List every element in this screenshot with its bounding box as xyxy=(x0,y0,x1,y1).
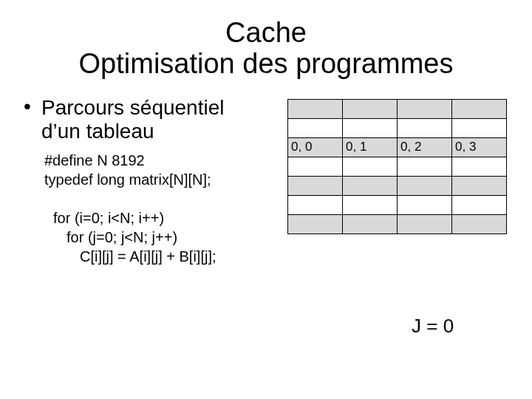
grid-cell xyxy=(288,195,343,214)
bullet-list: Parcours séquentiel d’un tableau xyxy=(22,96,284,143)
bullet-line-2: d’un tableau xyxy=(41,120,154,143)
table-row xyxy=(288,214,507,233)
grid-cell xyxy=(452,99,507,118)
slide-title: Cache Optimisation des programmes xyxy=(22,18,510,80)
table-row xyxy=(288,118,507,137)
table-row: 0, 0 0, 1 0, 2 0, 3 xyxy=(288,137,507,157)
code-line: typedef long matrix[N][N]; xyxy=(22,170,284,189)
content-area: Parcours séquentiel d’un tableau #define… xyxy=(22,96,510,266)
grid-cell xyxy=(452,195,507,214)
grid-cell xyxy=(343,195,398,214)
grid-cell xyxy=(398,176,452,195)
grid-cell: 0, 3 xyxy=(452,137,507,157)
grid-cell xyxy=(452,118,507,137)
grid-cell xyxy=(343,99,398,118)
code-line: for (j=0; j<N; j++) xyxy=(22,228,284,247)
grid-cell xyxy=(288,118,343,137)
grid-cell xyxy=(343,176,398,195)
code-blank xyxy=(22,189,284,208)
code-line: for (i=0; i<N; i++) xyxy=(22,208,284,228)
grid-cell: 0, 1 xyxy=(343,137,398,157)
bullet-line-1: Parcours séquentiel xyxy=(41,96,224,119)
grid-cell: 0, 2 xyxy=(398,137,452,157)
code-line: C[i][j] = A[i][j] + B[i][j]; xyxy=(22,247,284,266)
bullet-item: Parcours séquentiel d’un tableau xyxy=(22,96,284,143)
grid-cell xyxy=(343,118,398,137)
grid-cell xyxy=(398,195,452,214)
title-line-1: Cache xyxy=(225,17,307,48)
left-column: Parcours séquentiel d’un tableau #define… xyxy=(22,96,284,266)
grid-cell xyxy=(398,99,452,118)
grid-cell xyxy=(398,214,452,233)
grid-cell xyxy=(288,176,343,195)
grid-cell xyxy=(398,157,452,176)
table-row xyxy=(288,176,507,195)
grid-cell xyxy=(288,99,343,118)
grid-cell xyxy=(288,157,343,176)
grid-cell xyxy=(452,157,507,176)
slide: Cache Optimisation des programmes Parcou… xyxy=(0,0,532,399)
grid-cell: 0, 0 xyxy=(288,137,343,157)
code-line: #define N 8192 xyxy=(22,151,284,170)
grid-cell xyxy=(343,157,398,176)
right-column: 0, 0 0, 1 0, 2 0, 3 xyxy=(284,96,510,266)
code-block: #define N 8192 typedef long matrix[N][N]… xyxy=(22,151,284,266)
grid-cell xyxy=(452,214,507,233)
grid-cell xyxy=(398,118,452,137)
grid-cell xyxy=(452,176,507,195)
j-counter-label: J = 0 xyxy=(412,315,454,338)
title-line-2: Optimisation des programmes xyxy=(79,48,454,79)
table-row xyxy=(288,99,507,118)
grid-cell xyxy=(343,214,398,233)
table-row xyxy=(288,195,507,214)
table-row xyxy=(288,157,507,176)
grid-cell xyxy=(288,214,343,233)
memory-grid: 0, 0 0, 1 0, 2 0, 3 xyxy=(287,99,507,234)
